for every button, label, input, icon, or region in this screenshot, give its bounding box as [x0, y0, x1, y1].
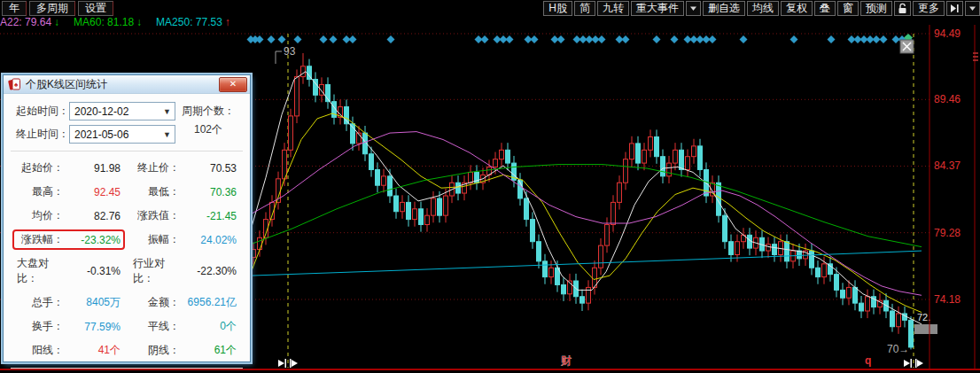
ma-button[interactable]: 均线 — [747, 1, 779, 16]
major-events-dropdown-icon[interactable] — [686, 1, 701, 16]
stat-label: 涨跌幅： — [21, 232, 64, 247]
stat-label: 阴线： — [148, 343, 180, 358]
candles — [252, 53, 914, 349]
stat-pair: 阳线：41个 — [12, 340, 125, 361]
stat-value: 0个 — [180, 319, 237, 334]
axis-tick-label: 89.46 — [934, 93, 961, 105]
stat-label: 金额： — [148, 295, 180, 310]
divider — [11, 151, 243, 152]
period-count-block: 周期个数： 102个 — [175, 102, 241, 139]
axis-tick-label: 74.18 — [934, 293, 961, 306]
current-price-label: 72. — [917, 312, 930, 322]
stat-value: 77.59% — [64, 321, 121, 333]
start-date-select[interactable]: 2020-12-02 ▼ — [69, 102, 175, 120]
ma-value-0: A22: 79.64↓ — [0, 16, 59, 28]
stat-label: 总手： — [32, 295, 64, 310]
arrow-down-icon: ↓ — [54, 16, 59, 28]
ma22-magenta — [251, 132, 922, 296]
period-count-label: 周期个数： — [175, 102, 241, 120]
skip-end-button-icon[interactable] — [946, 1, 963, 16]
stat-pair-highlighted: 涨跌幅：-23.32% — [12, 229, 125, 250]
stat-value: -23.32% — [64, 234, 121, 246]
stat-pair: 涨跌值：-21.45 — [128, 206, 241, 226]
stat-label: 阳线： — [32, 343, 64, 358]
ma60-green — [251, 165, 922, 247]
stat-value: 24.02% — [180, 234, 237, 246]
window-button[interactable]: 窗 — [837, 1, 859, 16]
dialog-titlebar[interactable]: ♠ 个股K线区间统计 ✕ — [4, 75, 250, 94]
high-price-flag: 93 — [284, 45, 296, 58]
stat-value: 82.76 — [64, 210, 121, 222]
stat-value: 70.36 — [180, 186, 237, 198]
end-date-value: 2021-05-06 — [70, 128, 159, 141]
dialog-title: 个股K线区间统计 — [26, 77, 107, 92]
event-diamonds[interactable] — [247, 34, 914, 43]
stat-label: 涨跌值： — [137, 208, 180, 223]
stat-label: 最低： — [148, 184, 180, 199]
chevron-down-icon: ▼ — [159, 130, 175, 139]
tab-1[interactable]: 多周期 — [29, 1, 75, 16]
ma-lines — [251, 72, 922, 324]
price-axis-labels: 94.4989.4684.3779.2874.18 — [934, 27, 961, 306]
more-button[interactable]: 更多 — [913, 1, 945, 16]
toolbar-dropdown-icon[interactable] — [965, 1, 980, 16]
stat-value: 91.98 — [64, 162, 121, 175]
axis-tick-label: 79.28 — [934, 227, 961, 239]
divider — [11, 368, 243, 369]
remove-watchlist-button[interactable]: 删自选 — [703, 1, 745, 16]
tab-2[interactable]: 设置 — [78, 1, 113, 16]
stat-pair: 振幅：24.02% — [128, 229, 241, 250]
markers: 9372.70→q财 — [276, 40, 937, 368]
stat-pair: 最低：70.36 — [128, 182, 241, 202]
ma-indicator-row: A22: 79.64↓MA60: 81.18↓MA250: 77.53↑ — [0, 16, 230, 28]
nine-turn-button[interactable]: 九转 — [597, 1, 629, 16]
stat-label: 起始价： — [21, 160, 64, 175]
app-cards-icon: ♠ — [8, 78, 21, 90]
stat-value: 61个 — [180, 343, 237, 358]
stat-label: 大盘对比： — [17, 256, 67, 286]
stat-value: 70.53 — [180, 162, 237, 175]
tab-0[interactable]: 年 — [2, 1, 27, 16]
ma-fast-white — [251, 72, 922, 324]
svg-text:♠: ♠ — [14, 81, 19, 89]
axis-tick-label: 84.37 — [934, 159, 961, 172]
remove-range-button[interactable] — [900, 40, 914, 53]
stat-label: 均价： — [32, 208, 64, 223]
stats-grid: 起始价：91.98终止价：70.53最高：92.45最低：70.36均价：82.… — [11, 158, 243, 361]
stat-label: 终止价： — [137, 160, 180, 175]
arrow-up-icon: ↑ — [225, 16, 230, 28]
stat-pair: 行业对比：-22.30% — [128, 253, 241, 289]
unlock-button-icon[interactable] — [894, 1, 911, 16]
stock-app-window: 94.4989.4684.3779.2874.189372.70→q财 年多周期… — [0, 0, 980, 373]
ma-value-1: MA60: 81.18↓ — [74, 16, 142, 28]
forecast-button[interactable]: 预测 — [860, 1, 892, 16]
stat-value: 41个 — [64, 343, 121, 358]
stat-value: 8405万 — [64, 295, 121, 310]
adjust-price-button[interactable]: 复权 — [781, 1, 813, 16]
low-price-label: 70→ — [887, 343, 909, 355]
stat-pair: 总手：8405万 — [12, 292, 125, 313]
period-tabs: 年多周期设置 — [2, 1, 113, 16]
ma-value-2: MA250: 77.53↑ — [156, 16, 230, 28]
finance-event-marker: 财 — [561, 354, 572, 367]
kline-range-stats-dialog: ♠ 个股K线区间统计 ✕ 起始时间： 2020-12-02 ▼ 终止时间： 20… — [3, 74, 251, 362]
simple-button[interactable]: 简 — [574, 1, 595, 16]
start-date-value: 2020-12-02 — [70, 105, 159, 118]
stat-pair: 大盘对比：-0.31% — [12, 253, 125, 289]
stat-pair: 换手：77.59% — [12, 316, 125, 337]
stat-value: -22.30% — [183, 265, 237, 277]
dialog-close-button[interactable]: ✕ — [219, 77, 247, 92]
stat-pair: 平线：0个 — [128, 316, 241, 337]
stat-pair: 最高：92.45 — [12, 182, 125, 202]
range-selection — [288, 34, 914, 368]
panel-borders — [929, 25, 978, 369]
overlay-button[interactable]: 叠 — [814, 1, 836, 16]
stat-pair: 阴线：61个 — [128, 340, 241, 361]
h-shares-button[interactable]: H股 — [543, 1, 572, 16]
arrow-down-icon: ↓ — [136, 16, 142, 28]
end-time-label: 终止时间： — [11, 127, 69, 142]
end-date-select[interactable]: 2021-05-06 ▼ — [69, 125, 175, 144]
stat-label: 换手： — [32, 319, 64, 334]
stat-value: -0.31% — [67, 265, 121, 277]
major-events-button[interactable]: 重大事件 — [631, 1, 684, 16]
